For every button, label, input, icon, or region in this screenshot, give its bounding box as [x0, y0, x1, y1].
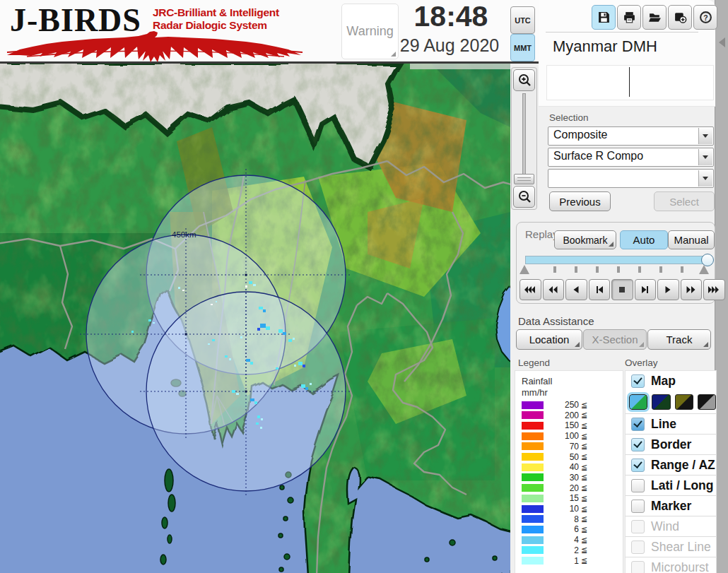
step-forward-button[interactable] [635, 279, 657, 300]
clock-time: 18:48 [398, 0, 504, 33]
open-file-button[interactable] [642, 5, 667, 30]
legend-swatch [522, 495, 544, 502]
chevron-down-icon[interactable] [698, 149, 712, 165]
map-canvas: 450km [0, 64, 510, 573]
stop-button[interactable] [611, 279, 633, 300]
overlay-item-line[interactable]: Line [626, 413, 716, 434]
checkbox-unchecked-icon[interactable] [631, 479, 645, 492]
overlay-panel: Map Line Border Range / AZ Lati / Long M… [625, 370, 717, 573]
play-reverse-icon [572, 285, 580, 294]
x-section-button[interactable]: X-Section [583, 329, 647, 350]
checkbox-checked-icon[interactable] [631, 418, 645, 431]
fast-forward-button[interactable] [681, 279, 703, 300]
chevron-down-icon[interactable] [698, 170, 712, 187]
zoom-out-button[interactable] [513, 186, 535, 208]
checkbox-disabled-icon [631, 520, 645, 533]
dropdown-value: Surface R Compo [553, 150, 643, 163]
slider-start-marker[interactable] [519, 265, 529, 274]
legend-swatch [522, 526, 544, 533]
overlay-item-border[interactable]: Border [626, 434, 716, 454]
legend-units: mm/hr [522, 387, 548, 398]
dropdown-empty[interactable] [548, 169, 714, 188]
rewind-button[interactable] [543, 279, 565, 300]
replay-slider[interactable] [525, 256, 709, 264]
slider-tick [553, 266, 556, 273]
toolbar: ? [592, 5, 717, 30]
print-icon [623, 11, 636, 24]
select-button[interactable]: Select [654, 191, 715, 211]
text-cursor [629, 67, 630, 97]
legend-swatch [522, 515, 544, 523]
checkbox-checked-icon[interactable] [631, 438, 645, 451]
legend-label: Legend [518, 358, 550, 368]
legend-swatch [522, 546, 544, 554]
previous-button[interactable]: Previous [549, 191, 611, 211]
slider-tick [681, 266, 683, 273]
slider-tick [638, 266, 641, 273]
overlay-item-map[interactable]: Map [626, 371, 716, 391]
auto-mode-button[interactable]: Auto [620, 230, 668, 249]
play-button[interactable] [657, 279, 679, 300]
svg-text:?: ? [703, 13, 708, 22]
fastest-forward-icon [708, 285, 720, 294]
info-box[interactable] [546, 65, 714, 100]
save-button[interactable] [592, 5, 616, 30]
overlay-item-range-az[interactable]: Range / AZ [626, 454, 716, 475]
timezone-mmt-button[interactable]: MMT [510, 34, 535, 61]
slider-fill [526, 256, 708, 264]
play-reverse-button[interactable] [565, 279, 587, 300]
legend-swatch [522, 442, 544, 450]
fast-rewind-button[interactable] [519, 279, 541, 300]
fastest-forward-button[interactable] [703, 279, 725, 300]
warning-button-label: Warning [346, 24, 393, 39]
collapse-panel-icon[interactable] [719, 37, 725, 47]
bookmark-button[interactable]: Bookmark [554, 230, 616, 249]
slider-end-marker[interactable] [699, 265, 709, 274]
checkbox-checked-icon[interactable] [631, 374, 645, 388]
track-button[interactable]: Track [647, 329, 711, 350]
rewind-icon [548, 285, 558, 294]
zoom-slider-handle[interactable] [514, 174, 534, 184]
dropdown-composite[interactable]: Composite [548, 126, 714, 146]
map-style-olive-black[interactable] [675, 394, 693, 410]
selection-label: Selection [549, 112, 589, 123]
fast-forward-icon [686, 285, 696, 294]
step-back-icon [594, 285, 604, 294]
help-icon: ? [699, 11, 712, 24]
legend-swatch [522, 484, 544, 492]
timezone-utc-button[interactable]: UTC [510, 6, 535, 34]
zoom-in-button[interactable] [513, 69, 535, 91]
dropdown-value: Composite [553, 129, 607, 141]
overlay-item-microburst: Microburst [626, 557, 716, 573]
map-style-blue-green[interactable] [629, 394, 647, 410]
radar-map[interactable]: 450km [0, 64, 510, 573]
zoom-slider-track[interactable] [522, 93, 526, 184]
checkbox-unchecked-icon[interactable] [631, 500, 645, 513]
step-back-button[interactable] [589, 279, 611, 300]
manual-mode-button[interactable]: Manual [668, 230, 715, 249]
location-button[interactable]: Location [516, 329, 582, 350]
add-view-button[interactable] [668, 5, 692, 30]
legend-title: Rainfall [522, 376, 552, 386]
rainfall-legend: Rainfall mm/hr 250≦ 200≦ 150≦ 100≦ 70≦ 5… [515, 370, 623, 573]
checkbox-disabled-icon [631, 561, 645, 573]
zoom-in-icon [517, 73, 532, 88]
help-button[interactable]: ? [693, 5, 717, 30]
add-view-icon [674, 11, 687, 24]
legend-swatch [522, 453, 544, 461]
overlay-item-wind: Wind [626, 516, 716, 536]
overlay-item-lati-long[interactable]: Lati / Long [626, 475, 716, 495]
legend-swatch [522, 536, 544, 544]
checkbox-checked-icon[interactable] [631, 459, 645, 472]
slider-tick [575, 266, 577, 273]
dropdown-product[interactable]: Surface R Compo [548, 148, 714, 167]
chevron-down-icon[interactable] [698, 128, 712, 144]
print-button[interactable] [617, 5, 641, 30]
control-panel: ? Myanmar DMH Selection Composite Surfac… [510, 0, 728, 573]
eagle-logo-icon [6, 31, 305, 62]
map-style-black-gray[interactable] [698, 394, 716, 410]
stop-icon [618, 285, 626, 294]
overlay-item-marker[interactable]: Marker [626, 495, 716, 516]
map-style-navy-darkgreen[interactable] [652, 394, 670, 410]
checkbox-disabled-icon [631, 540, 645, 554]
